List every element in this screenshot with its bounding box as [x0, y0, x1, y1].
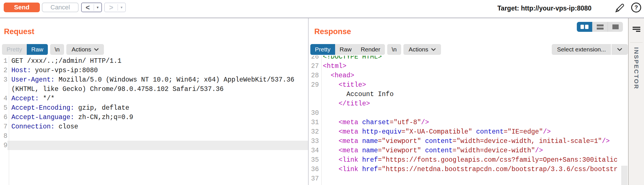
columns-layout-icon	[585, 25, 588, 29]
code-line[interactable]: 26<!DOCTYPE HTML>	[309, 56, 628, 61]
line-number: 34	[309, 147, 319, 154]
select-extension-label[interactable]: Select extension...	[552, 44, 611, 55]
line-content: <link href="https://netdna.bootstrapcdn.…	[319, 166, 621, 173]
forward-history-dropdown-icon[interactable]: ▼	[118, 3, 125, 12]
request-tab-raw[interactable]: Raw	[27, 44, 48, 55]
code-line[interactable]: 7Connection: close	[0, 122, 308, 131]
request-tab-pretty[interactable]: Pretty	[2, 44, 27, 55]
response-actions-label: Actions	[409, 46, 428, 53]
line-content: Accept-Encoding: gzip, deflate	[7, 104, 308, 112]
layout-rows-button[interactable]	[592, 22, 608, 32]
response-actions-button[interactable]: Actions	[403, 44, 441, 55]
code-line[interactable]: 36 <link href="https://netdna.bootstrapc…	[309, 165, 628, 174]
code-line[interactable]: 9	[0, 141, 308, 150]
line-number: 31	[309, 119, 319, 126]
line-content: Accept: */*	[7, 95, 308, 102]
chevron-down-icon	[431, 48, 436, 51]
cancel-button[interactable]: Cancel	[42, 3, 79, 12]
line-number: 32	[309, 128, 319, 136]
code-line[interactable]: 1GET /xxx/..;/admin/ HTTP/1.1	[0, 56, 308, 66]
line-content: Host: your-vps-ip:8080	[7, 67, 308, 74]
response-tab-raw[interactable]: Raw	[335, 44, 356, 55]
line-content: <html>	[319, 63, 621, 70]
response-tab-render[interactable]: Render	[356, 44, 385, 55]
line-content: (KHTML, like Gecko) Chrome/98.0.4758.102…	[7, 86, 308, 93]
code-line[interactable]: 32 <meta http-equiv="X-UA-Compatible" co…	[309, 127, 628, 136]
line-number: 3	[0, 76, 7, 84]
response-title: Response	[314, 27, 351, 36]
inspector-sidebar[interactable]: INSPECTOR	[628, 18, 644, 185]
chevron-down-icon	[617, 48, 622, 51]
collapse-menu-icon[interactable]	[633, 27, 640, 32]
response-tab-pretty[interactable]: Pretty	[310, 44, 335, 55]
request-editor[interactable]: 1GET /xxx/..;/admin/ HTTP/1.12Host: your…	[0, 56, 308, 185]
inspector-label[interactable]: INSPECTOR	[633, 47, 640, 90]
line-number: 33	[309, 138, 319, 145]
line-content: <meta charset="utf-8"/>	[319, 119, 621, 126]
code-line[interactable]: 27<html>	[309, 61, 628, 71]
code-line[interactable]: 33 <meta name="viewport" content="width=…	[309, 136, 628, 146]
code-line[interactable]: </title>	[309, 99, 628, 108]
code-line[interactable]: (KHTML, like Gecko) Chrome/98.0.4758.102…	[0, 84, 308, 94]
line-content: <title>	[319, 81, 621, 89]
line-number: 28	[309, 72, 319, 79]
request-tab-newline[interactable]: \n	[50, 44, 64, 55]
columns-layout-icon	[581, 25, 584, 29]
layout-single-button[interactable]	[608, 22, 623, 32]
line-content: <meta name="viewport" content="width=dev…	[319, 147, 621, 154]
line-content: <meta http-equiv="X-UA-Compatible" conte…	[319, 128, 621, 136]
send-button[interactable]: Send	[4, 3, 40, 12]
line-content: Account Info	[319, 91, 621, 98]
code-line[interactable]: 31 <meta charset="utf-8"/>	[309, 118, 628, 127]
line-number: 30	[309, 109, 319, 117]
code-line[interactable]: 34 <meta name="viewport" content="width=…	[309, 146, 628, 155]
line-number: 9	[0, 142, 7, 149]
code-line[interactable]: Account Info	[309, 90, 628, 99]
response-panel: Response Pretty Raw Render \n Actions Se…	[309, 18, 628, 185]
code-line[interactable]: 6Accept-Language: zh-CN,zh;q=0.9	[0, 113, 308, 122]
code-line[interactable]: 30	[309, 108, 628, 118]
line-content: <meta name="viewport" content="width=dev…	[319, 138, 621, 145]
code-line[interactable]: 4Accept: */*	[0, 94, 308, 103]
code-line[interactable]: 5Accept-Encoding: gzip, deflate	[0, 103, 308, 113]
line-content: <link href="https://fonts.googleapis.com…	[319, 156, 621, 164]
help-icon[interactable]: ?	[631, 3, 641, 13]
response-scrollbar-thumb[interactable]	[621, 166, 627, 185]
code-line[interactable]: 35 <link href="https://fonts.googleapis.…	[309, 155, 628, 165]
select-extension-dropdown[interactable]: Select extension...	[552, 44, 628, 55]
back-history-dropdown-icon[interactable]: ▼	[94, 3, 101, 12]
edit-target-pencil-icon[interactable]	[615, 3, 625, 13]
request-title: Request	[4, 27, 34, 36]
code-line[interactable]: 3User-Agent: Mozilla/5.0 (Windows NT 10.…	[0, 75, 308, 84]
code-line[interactable]: 8	[0, 131, 308, 141]
request-panel: Request Pretty Raw \n Actions 1GET /xxx/…	[0, 18, 308, 185]
line-content: GET /xxx/..;/admin/ HTTP/1.1	[7, 57, 308, 65]
code-line[interactable]: 37	[309, 174, 628, 183]
select-extension-caret-button[interactable]	[612, 44, 628, 55]
code-line[interactable]: 2Host: your-vps-ip:8080	[0, 66, 308, 75]
line-content: <!DOCTYPE HTML>	[319, 56, 621, 61]
response-view-tabs: Pretty Raw Render	[310, 44, 385, 55]
back-icon[interactable]: <	[82, 3, 94, 12]
help-question-mark: ?	[634, 4, 638, 11]
response-editor[interactable]: 26<!DOCTYPE HTML>27<html>28 <head>29 <ti…	[309, 56, 628, 185]
line-content: Connection: close	[7, 123, 308, 130]
layout-columns-button[interactable]	[577, 22, 592, 32]
line-number: 1	[0, 57, 7, 65]
line-content: <head>	[319, 72, 621, 79]
line-number: 36	[309, 166, 319, 173]
forward-icon[interactable]: >	[105, 3, 118, 12]
back-button-group[interactable]: < ▼	[81, 3, 102, 12]
rows-layout-icon	[597, 24, 604, 30]
divider	[630, 42, 643, 43]
request-actions-button[interactable]: Actions	[66, 44, 104, 55]
request-tab-row: Pretty Raw \n Actions	[2, 44, 104, 55]
target-label: Target: http://your-vps-ip:8080	[497, 5, 592, 12]
code-line[interactable]: 28 <head>	[309, 71, 628, 80]
code-line[interactable]: 29 <title>	[309, 80, 628, 90]
response-tab-row: Pretty Raw Render \n Actions	[310, 44, 441, 55]
response-tab-newline[interactable]: \n	[387, 44, 401, 55]
line-number: 35	[309, 156, 319, 164]
line-number: 2	[0, 67, 7, 74]
forward-button-group[interactable]: > ▼	[104, 3, 126, 12]
